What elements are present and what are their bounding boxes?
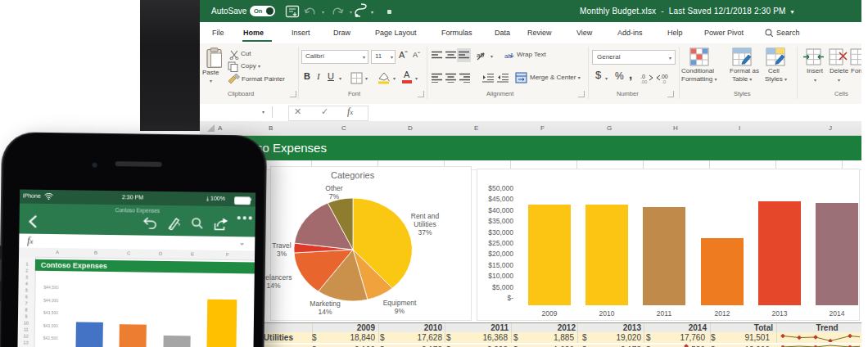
svg-text:.0: .0: [662, 79, 667, 83]
svg-text:.00: .00: [660, 74, 668, 79]
svg-text:.0: .0: [640, 74, 645, 79]
svg-text:ab: ab: [504, 52, 512, 60]
svg-text:.00: .00: [640, 79, 648, 83]
svg-text:ab: ab: [477, 52, 484, 59]
